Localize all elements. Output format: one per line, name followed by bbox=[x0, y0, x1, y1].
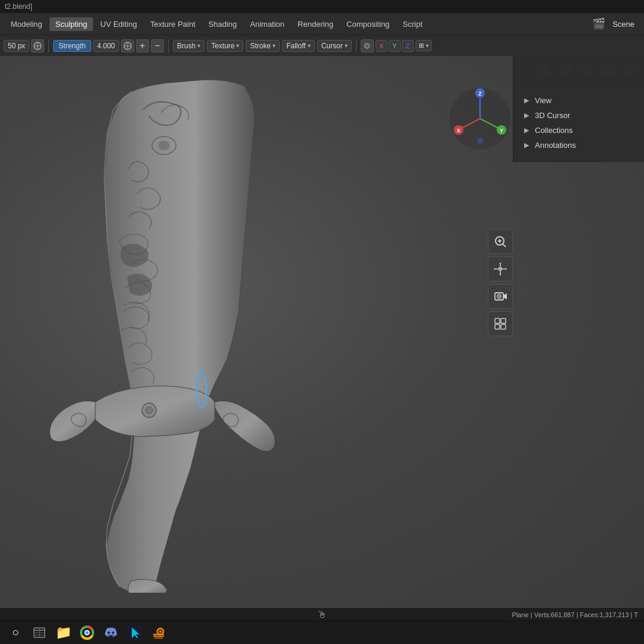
svg-text:Y: Y bbox=[500, 128, 503, 134]
collections-label: Collections bbox=[535, 126, 573, 135]
menu-animation[interactable]: Animation bbox=[244, 17, 290, 31]
collections-arrow: ▶ bbox=[524, 126, 531, 134]
texture-label: Texture bbox=[211, 42, 234, 50]
brush-label: Brush bbox=[177, 42, 196, 50]
stroke-label: Stroke bbox=[250, 42, 271, 50]
viewport[interactable]: Z Y X bbox=[0, 56, 644, 620]
texture-dropdown[interactable]: Texture bbox=[207, 40, 243, 52]
cursor-3d-label: 3D Cursor bbox=[535, 111, 570, 120]
discord-icon[interactable] bbox=[101, 623, 120, 642]
menu-texture-paint[interactable]: Texture Paint bbox=[144, 17, 202, 31]
brush-size-area: 50 px bbox=[4, 39, 44, 52]
axis-x-btn[interactable]: X bbox=[376, 40, 388, 52]
right-panel: ▶ View ▶ 3D Cursor ▶ Collections ▶ Annot… bbox=[513, 56, 644, 162]
taskbar: ○ 📁 bbox=[0, 620, 644, 644]
title-bar: t2.blend] bbox=[0, 0, 644, 13]
svg-rect-51 bbox=[501, 318, 506, 323]
file-manager-icon[interactable] bbox=[30, 623, 49, 642]
svg-line-38 bbox=[503, 244, 506, 247]
svg-point-36 bbox=[477, 138, 483, 144]
cursor-app-icon[interactable] bbox=[125, 623, 144, 642]
menu-rendering[interactable]: Rendering bbox=[292, 17, 339, 31]
brush-size-value[interactable]: 50 px bbox=[4, 40, 29, 52]
panel-row-cursor[interactable]: ▶ 3D Cursor bbox=[522, 108, 636, 123]
axis-y-btn[interactable]: Y bbox=[389, 40, 401, 52]
falloff-label: Falloff bbox=[286, 42, 305, 50]
menu-uv-editing[interactable]: UV Editing bbox=[94, 17, 143, 31]
cursor-arrow: ▶ bbox=[524, 112, 531, 119]
panel-content: ▶ View ▶ 3D Cursor ▶ Collections ▶ Annot… bbox=[519, 89, 638, 156]
strength-value[interactable]: 4.000 bbox=[93, 40, 119, 52]
svg-rect-50 bbox=[495, 318, 500, 323]
status-text: Plane | Verts:661,887 | Faces:1,317,213 … bbox=[512, 611, 638, 618]
zoom-nav-btn[interactable] bbox=[488, 229, 513, 254]
strength-icon[interactable] bbox=[121, 39, 134, 52]
menu-bar: Modeling Sculpting UV Editing Texture Pa… bbox=[0, 13, 644, 35]
axis-z-btn[interactable]: Z bbox=[402, 40, 414, 52]
pan-nav-btn[interactable] bbox=[488, 256, 513, 281]
scene-icon: 🎬 bbox=[592, 17, 605, 30]
svg-text:X: X bbox=[457, 128, 460, 134]
axis-gizmo[interactable]: Z Y X bbox=[447, 86, 513, 151]
view-arrow: ▶ bbox=[524, 97, 531, 104]
title-text: t2.blend] bbox=[5, 2, 32, 11]
sculpt-object bbox=[36, 74, 370, 593]
proportional-edit-icon[interactable]: ⊙ bbox=[361, 39, 374, 52]
stroke-dropdown[interactable]: Stroke bbox=[246, 40, 280, 52]
cursor-label: Cursor bbox=[321, 42, 343, 50]
falloff-dropdown[interactable]: Falloff bbox=[282, 40, 314, 52]
chrome-icon[interactable] bbox=[78, 623, 97, 642]
annotations-arrow: ▶ bbox=[524, 141, 531, 149]
minus-btn[interactable]: − bbox=[151, 39, 164, 52]
status-icon: 🖱 bbox=[317, 609, 327, 620]
cursor-dropdown[interactable]: Cursor bbox=[317, 40, 352, 52]
strength-label[interactable]: Strength bbox=[53, 40, 91, 52]
svg-rect-53 bbox=[501, 324, 506, 329]
scene-label: Scene bbox=[608, 20, 639, 29]
view-label: View bbox=[535, 96, 552, 105]
svg-point-49 bbox=[499, 296, 500, 297]
grid-nav-btn[interactable] bbox=[488, 311, 513, 336]
svg-point-7 bbox=[158, 141, 170, 150]
nav-icons bbox=[488, 229, 513, 336]
panel-section-view: ▶ View ▶ 3D Cursor ▶ Collections ▶ Annot… bbox=[519, 89, 638, 156]
panel-row-annotations[interactable]: ▶ Annotations bbox=[522, 138, 636, 153]
brush-dropdown[interactable]: Brush bbox=[173, 40, 205, 52]
svg-point-62 bbox=[86, 631, 89, 634]
panel-row-collections[interactable]: ▶ Collections bbox=[522, 123, 636, 138]
svg-rect-41 bbox=[499, 267, 502, 271]
status-bar: 🖱 Plane | Verts:661,887 | Faces:1,317,21… bbox=[0, 608, 644, 620]
svg-rect-52 bbox=[495, 324, 500, 329]
brush-size-icon[interactable] bbox=[31, 39, 44, 52]
plus-btn[interactable]: + bbox=[136, 39, 149, 52]
blender-icon[interactable] bbox=[149, 623, 168, 642]
menu-script[interactable]: Script bbox=[397, 17, 428, 31]
menu-shading[interactable]: Shading bbox=[203, 17, 243, 31]
strength-area: Strength 4.000 + − bbox=[53, 39, 163, 52]
svg-point-64 bbox=[159, 630, 162, 633]
svg-marker-47 bbox=[503, 293, 507, 299]
transform-orientation-dropdown[interactable]: ⊞ bbox=[416, 40, 432, 51]
svg-text:Z: Z bbox=[478, 91, 482, 97]
axis-buttons: X Y Z bbox=[376, 40, 414, 52]
svg-point-9 bbox=[145, 407, 153, 414]
toolbar: 50 px Strength 4.000 + − Brush Texture S bbox=[0, 35, 644, 56]
menu-modeling[interactable]: Modeling bbox=[5, 17, 48, 31]
folder-icon[interactable]: 📁 bbox=[54, 623, 73, 642]
camera-nav-btn[interactable] bbox=[488, 284, 513, 309]
circle-icon[interactable]: ○ bbox=[6, 623, 25, 642]
menu-compositing[interactable]: Compositing bbox=[340, 17, 395, 31]
annotations-label: Annotations bbox=[535, 141, 576, 150]
panel-row-view[interactable]: ▶ View bbox=[522, 93, 636, 108]
menu-sculpting[interactable]: Sculpting bbox=[49, 17, 93, 31]
